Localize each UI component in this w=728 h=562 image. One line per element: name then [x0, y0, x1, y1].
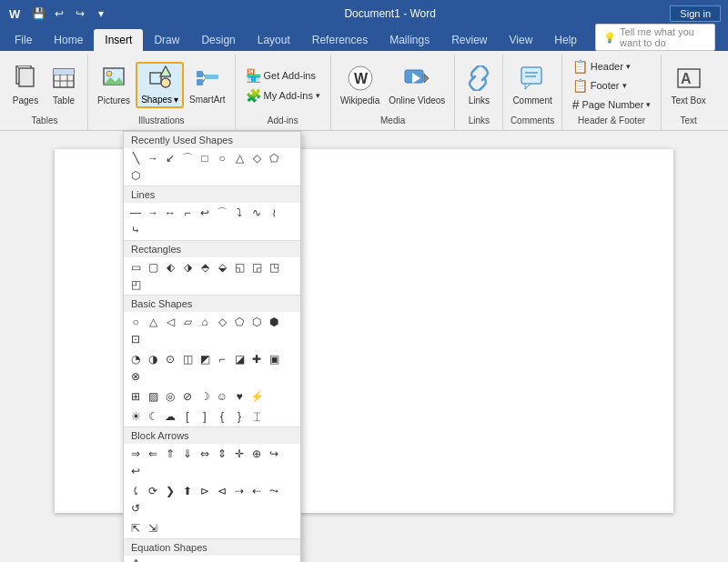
bs-lightning[interactable]: ⚡	[248, 388, 265, 405]
bs-cube[interactable]: ⊞	[127, 388, 144, 405]
bs-brace1[interactable]: {	[214, 408, 230, 425]
bs-oct[interactable]: ⊡	[127, 331, 144, 347]
line-curve-arrow[interactable]: ⤵	[231, 205, 248, 221]
shape-triangle-used[interactable]: △	[231, 150, 248, 166]
bs-diamond[interactable]: ◇	[214, 314, 230, 330]
ba-curved-l[interactable]: ⇠	[248, 483, 265, 499]
eq-plus[interactable]: ➕	[127, 557, 144, 562]
rect-plain[interactable]: ▭	[127, 259, 144, 276]
bs-brace2[interactable]: }	[231, 408, 248, 425]
shape-arrow[interactable]: →	[145, 150, 161, 166]
shape-rect-used[interactable]: □	[197, 150, 213, 166]
rect-snip1[interactable]: ⬖	[162, 259, 178, 276]
table-button[interactable]: Table	[46, 64, 82, 107]
ba-right[interactable]: ⇒	[127, 446, 144, 462]
bs-moon[interactable]: ☾	[145, 408, 161, 425]
footer-button[interactable]: 📋 Footer ▾	[568, 76, 656, 95]
bs-corner[interactable]: ⌐	[214, 351, 230, 367]
bs-frame[interactable]: ◫	[179, 351, 196, 367]
tab-insert[interactable]: Insert	[94, 29, 143, 51]
bs-cross[interactable]: ✚	[248, 351, 265, 367]
rect-round2[interactable]: ◲	[248, 259, 265, 276]
bs-blockarc[interactable]: ☽	[197, 388, 213, 405]
bs-nosmoke[interactable]: ⊘	[179, 388, 196, 405]
comment-button[interactable]: Comment	[509, 64, 555, 107]
eq-times[interactable]: ✕	[162, 557, 178, 562]
ba-bend-l[interactable]: ↩	[127, 463, 144, 479]
ba-extra2[interactable]: ⇲	[145, 520, 161, 537]
ba-striped-r[interactable]: ⤳	[266, 483, 282, 499]
ba-ud[interactable]: ⇕	[214, 446, 230, 462]
ba-quad[interactable]: ⊕	[248, 446, 265, 462]
pictures-button[interactable]: Pictures	[94, 64, 134, 107]
rect-round4[interactable]: ◰	[127, 276, 144, 293]
eq-div[interactable]: ÷	[179, 557, 196, 562]
line-freeform[interactable]: ∿	[248, 205, 265, 221]
bs-halfframe[interactable]: ◩	[197, 351, 213, 367]
ba-circular[interactable]: ↺	[127, 500, 144, 517]
rect-snip3[interactable]: ⬘	[197, 259, 213, 276]
line-straight[interactable]: —	[127, 205, 144, 221]
bs-heart[interactable]: ♥	[231, 388, 248, 405]
rect-round3[interactable]: ◳	[266, 259, 282, 276]
bs-oval[interactable]: ○	[127, 314, 144, 330]
shape-pentagon-used[interactable]: ⬠	[266, 150, 282, 166]
shapes-button[interactable]: Shapes ▾	[136, 62, 184, 108]
bs-chord[interactable]: ◑	[145, 351, 161, 367]
tab-view[interactable]: View	[499, 29, 544, 51]
tab-home[interactable]: Home	[43, 29, 94, 51]
eq-minus[interactable]: ➖	[145, 557, 161, 562]
bs-diag-stripe[interactable]: ◪	[231, 351, 248, 367]
tab-file[interactable]: File	[4, 29, 43, 51]
bs-bracket1[interactable]: [	[179, 408, 196, 425]
my-addins-button[interactable]: 🧩 My Add-ins ▾	[241, 86, 325, 105]
page-number-button[interactable]: # Page Number ▾	[568, 95, 656, 114]
ba-down[interactable]: ⇓	[179, 446, 196, 462]
ba-lr[interactable]: ⇔	[197, 446, 213, 462]
bs-teardrop[interactable]: ⊙	[162, 351, 178, 367]
ba-up[interactable]: ⇑	[162, 446, 178, 462]
tell-me-box[interactable]: 💡 Tell me what you want to do	[595, 24, 715, 51]
shape-line[interactable]: ╲	[127, 150, 144, 166]
ba-bend-r[interactable]: ↪	[266, 446, 282, 462]
ba-pentagon-arr[interactable]: ⬆	[179, 483, 196, 499]
pages-button[interactable]: Pages	[7, 64, 44, 107]
bs-donut[interactable]: ◎	[162, 388, 178, 405]
bs-pentagon[interactable]: ⬠	[231, 314, 248, 330]
rect-snip4[interactable]: ⬙	[214, 259, 230, 276]
links-button[interactable]: Links	[460, 64, 497, 107]
bs-parallelogram[interactable]: ▱	[179, 314, 196, 330]
tab-design[interactable]: Design	[190, 29, 246, 51]
ba-uturn[interactable]: ⤹	[127, 483, 144, 499]
header-button[interactable]: 📋 Header ▾	[568, 57, 656, 75]
tab-layout[interactable]: Layout	[247, 29, 301, 51]
wikipedia-button[interactable]: W Wikipedia	[337, 64, 383, 107]
shape-diamond-used[interactable]: ◇	[248, 150, 265, 166]
shape-curve[interactable]: ↙	[162, 150, 178, 166]
bs-triangle[interactable]: △	[145, 314, 161, 330]
eq-notequal[interactable]: ≠	[214, 557, 230, 562]
ba-left[interactable]: ⇐	[145, 446, 161, 462]
bs-pie[interactable]: ◔	[127, 351, 144, 367]
shape-hex-used[interactable]: ⬡	[127, 167, 144, 184]
bs-hept[interactable]: ⬢	[266, 314, 282, 330]
bs-bracket2[interactable]: ]	[197, 408, 213, 425]
rect-round1[interactable]: ◱	[231, 259, 248, 276]
tab-review[interactable]: Review	[440, 29, 498, 51]
tab-help[interactable]: Help	[543, 29, 588, 51]
customize-button[interactable]: ▾	[92, 5, 110, 23]
ba-extra1[interactable]: ⇱	[127, 520, 144, 537]
line-curve[interactable]: ⌒	[214, 205, 230, 221]
eq-equal[interactable]: =	[197, 557, 213, 562]
ba-notch-right[interactable]: ⊳	[197, 483, 213, 499]
bs-can[interactable]: ⊗	[127, 368, 144, 385]
bs-plaque[interactable]: ▣	[266, 351, 282, 367]
ba-loop[interactable]: ⟳	[145, 483, 161, 499]
smartart-button[interactable]: SmartArt	[186, 65, 228, 106]
ba-4way[interactable]: ✛	[231, 446, 248, 462]
rect-round[interactable]: ▢	[145, 259, 161, 276]
tab-draw[interactable]: Draw	[143, 29, 190, 51]
bs-hex[interactable]: ⬡	[248, 314, 265, 330]
ba-notch-left[interactable]: ⊲	[214, 483, 230, 499]
line-elbow[interactable]: ⌐	[179, 205, 196, 221]
